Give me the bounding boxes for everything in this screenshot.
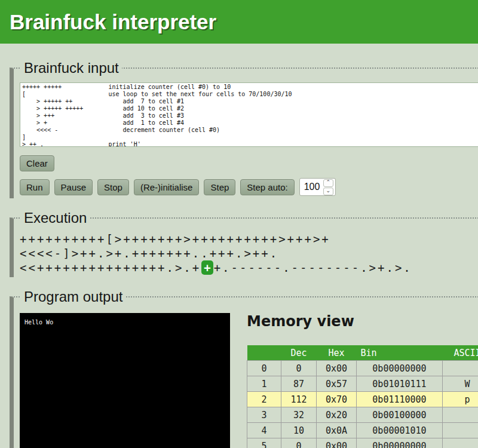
memory-cell-ascii <box>443 423 478 438</box>
memory-cell-bin: 0b00100000 <box>357 407 443 423</box>
memory-cell-index: 2 <box>247 392 281 407</box>
program-output-terminal: Hello Wo <box>20 313 230 448</box>
output-row: Hello Wo Memory view Dec Hex Bin ASCII <box>20 313 478 448</box>
memory-row: 21120x700b01110000p <box>247 392 478 407</box>
input-section-legend: Brainfuck input <box>21 59 122 77</box>
memory-cell-dec: 0 <box>281 438 317 448</box>
run-button[interactable]: Run <box>20 179 50 195</box>
memory-row: 3320x200b00100000 <box>247 407 478 423</box>
pause-button[interactable]: Pause <box>54 179 93 195</box>
memory-table-header-row: Dec Hex Bin ASCII <box>247 345 478 361</box>
memory-col-dec: Dec <box>281 345 317 361</box>
main-content: Brainfuck input +++++ +++++ initialize c… <box>10 59 478 448</box>
memory-cell-dec: 32 <box>281 407 317 423</box>
memory-cell-bin: 0b00001010 <box>357 423 443 438</box>
execution-code: ++++++++++[>+++++++>++++++++++>+++>+ <<<… <box>20 232 478 275</box>
memory-cell-bin: 0b01110000 <box>357 392 443 407</box>
input-section: Brainfuck input +++++ +++++ initialize c… <box>10 59 478 198</box>
memory-cell-hex: 0x20 <box>317 407 357 423</box>
memory-view: Memory view Dec Hex Bin ASCII <box>247 313 478 448</box>
memory-row: 500x000b00000000 <box>247 438 478 448</box>
memory-row: 000x000b00000000 <box>247 361 478 376</box>
memory-cell-hex: 0x0A <box>317 423 357 438</box>
memory-cell-index: 3 <box>247 407 281 423</box>
memory-cell-bin: 0b00000000 <box>357 438 443 448</box>
memory-cell-index: 4 <box>247 423 281 438</box>
memory-cell-index: 5 <box>247 438 281 448</box>
clear-button[interactable]: Clear <box>20 155 54 171</box>
controls-row: Run Pause Stop (Re-)initialise Step Step… <box>20 178 478 196</box>
reinitialise-button[interactable]: (Re-)initialise <box>134 179 200 195</box>
memory-cell-bin: 0b00000000 <box>357 361 443 376</box>
memory-cell-index: 0 <box>247 361 281 376</box>
number-spinner: ⌃ ⌄ <box>323 179 333 195</box>
step-auto-button[interactable]: Step auto: <box>240 179 294 195</box>
memory-cell-hex: 0x57 <box>317 376 357 392</box>
spinner-down-icon[interactable]: ⌄ <box>323 188 333 195</box>
step-auto-count-input[interactable]: 100 ⌃ ⌄ <box>299 178 336 196</box>
memory-col-index <box>247 345 281 361</box>
stop-button[interactable]: Stop <box>97 179 129 195</box>
memory-cell-ascii: p <box>443 392 478 407</box>
memory-row: 1870x570b01010111W <box>247 376 478 392</box>
memory-cell-hex: 0x00 <box>317 438 357 448</box>
memory-cell-index: 1 <box>247 376 281 392</box>
current-instruction-highlight: + <box>201 260 213 275</box>
page-title: Brainfuck interpreter <box>0 0 478 44</box>
memory-cell-dec: 10 <box>281 423 317 438</box>
memory-cell-dec: 0 <box>281 361 317 376</box>
memory-cell-ascii <box>443 361 478 376</box>
output-section-legend: Program output <box>21 288 125 306</box>
spinner-up-icon[interactable]: ⌃ <box>323 179 333 187</box>
memory-col-hex: Hex <box>317 345 357 361</box>
step-auto-count-value[interactable]: 100 <box>304 182 321 192</box>
memory-col-ascii: ASCII <box>443 345 478 361</box>
clear-row: Clear <box>20 155 478 171</box>
memory-view-title: Memory view <box>247 313 478 330</box>
brainfuck-code-input[interactable]: +++++ +++++ initialize counter (cell #0)… <box>20 82 478 147</box>
execution-after: +.------.--------.>+.>. <box>214 261 412 274</box>
step-button[interactable]: Step <box>204 179 235 195</box>
memory-cell-ascii: W <box>443 376 478 392</box>
execution-section-legend: Execution <box>21 209 90 227</box>
memory-col-bin: Bin <box>357 345 443 361</box>
memory-table: Dec Hex Bin ASCII 000x000b000000001870x5… <box>247 345 478 448</box>
output-section: Program output Hello Wo Memory view Dec … <box>10 288 478 448</box>
memory-cell-hex: 0x00 <box>317 361 357 376</box>
memory-cell-dec: 112 <box>281 392 317 407</box>
memory-cell-bin: 0b01010111 <box>357 376 443 392</box>
memory-row: 4100x0A0b00001010 <box>247 423 478 438</box>
memory-cell-ascii <box>443 407 478 423</box>
memory-cell-dec: 87 <box>281 376 317 392</box>
memory-cell-hex: 0x70 <box>317 392 357 407</box>
execution-section: Execution ++++++++++[>+++++++>++++++++++… <box>10 209 478 277</box>
memory-cell-ascii <box>443 438 478 448</box>
